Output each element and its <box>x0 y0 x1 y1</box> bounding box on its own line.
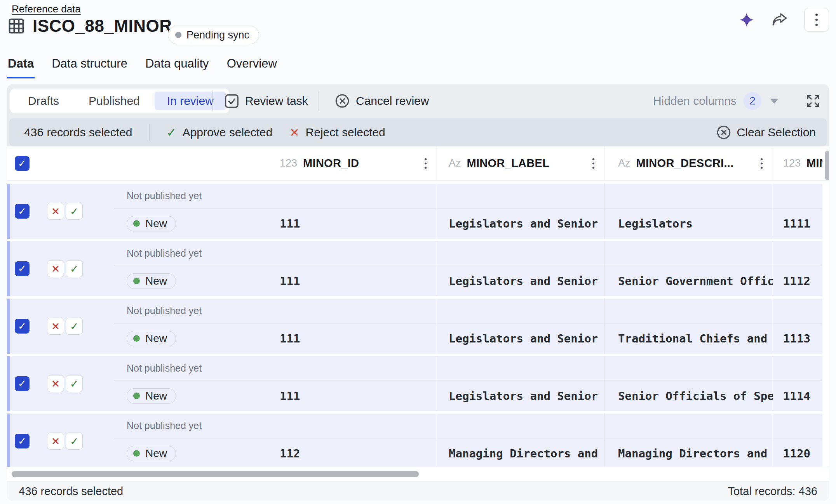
cell-min: 1112 <box>773 266 822 296</box>
tab-overview[interactable]: Overview <box>226 57 278 78</box>
column-menu-button[interactable] <box>592 158 594 169</box>
check-icon: ✓ <box>18 206 26 216</box>
segment-drafts[interactable]: Drafts <box>13 92 74 110</box>
clear-selection-button[interactable]: Clear Selection <box>716 125 816 140</box>
draft-version: New 111 Legislators and Senior … Senior … <box>114 381 822 411</box>
cell-minor-descri: Senior Government Offic… <box>604 266 773 296</box>
row-checkbox[interactable]: ✓ <box>15 434 30 448</box>
column-header-minor-descri[interactable]: Az MINOR_DESCRI... <box>604 146 773 180</box>
draft-version: New 111 Legislators and Senior … Traditi… <box>114 323 822 353</box>
check-icon: ✓ <box>18 321 26 331</box>
chevron-down-icon <box>770 99 779 104</box>
published-version: Not published yet <box>114 356 822 381</box>
total-records-summary: Total records: 436 <box>728 485 817 498</box>
segment-in-review[interactable]: In review <box>155 92 226 110</box>
text-type-icon: Az <box>618 157 630 169</box>
not-published-label: Not published yet <box>127 363 202 374</box>
check-icon: ✓ <box>18 436 26 446</box>
text-type-icon: Az <box>449 157 461 169</box>
record-versions: Not published yet New 112 Managing Direc… <box>114 414 822 467</box>
approve-record-button[interactable]: ✓ <box>66 318 83 335</box>
table-row: ✓ ✕ ✓ Not published yet New 111 Legislat… <box>7 299 822 354</box>
published-version: Not published yet <box>114 414 822 438</box>
check-icon: ✓ <box>70 206 79 217</box>
breadcrumb[interactable]: Reference data <box>12 3 81 15</box>
cell-minor-id: 111 <box>256 323 437 353</box>
vertical-scrollbar-thumb[interactable] <box>825 151 829 180</box>
table-row: ✓ ✕ ✓ Not published yet New 111 Legislat… <box>7 356 822 411</box>
reject-record-button[interactable]: ✕ <box>47 318 64 335</box>
column-header-minor-id[interactable]: 123 MINOR_ID <box>256 146 437 180</box>
row-checkbox[interactable]: ✓ <box>15 319 30 334</box>
selected-records-summary: 436 records selected <box>19 485 123 498</box>
table-toolbar: Drafts Published In review Review task C… <box>7 84 829 146</box>
circle-x-icon <box>716 125 731 140</box>
row-checkbox[interactable]: ✓ <box>15 204 30 219</box>
tab-data[interactable]: Data <box>7 57 35 78</box>
column-header-minor-label[interactable]: Az MINOR_LABEL <box>437 146 604 180</box>
record-versions: Not published yet New 111 Legislators an… <box>114 184 822 239</box>
record-versions: Not published yet New 111 Legislators an… <box>114 299 822 354</box>
published-version: Not published yet <box>114 299 822 323</box>
reject-record-button[interactable]: ✕ <box>47 375 64 392</box>
approve-record-button[interactable]: ✓ <box>66 260 83 277</box>
check-icon: ✓ <box>70 379 79 389</box>
row-checkbox[interactable]: ✓ <box>15 376 30 391</box>
expand-icon <box>806 94 820 108</box>
cell-minor-descri: Legislators <box>604 209 773 238</box>
row-accent-bar <box>7 241 10 296</box>
hidden-columns-dropdown[interactable]: Hidden columns 2 <box>653 84 779 118</box>
check-icon: ✓ <box>167 126 176 139</box>
column-menu-button[interactable] <box>761 158 763 169</box>
row-accent-bar <box>7 356 10 411</box>
ai-sparkle-button[interactable] <box>739 12 754 28</box>
reject-selected-button[interactable]: ✕ Reject selected <box>289 126 385 139</box>
checkbox-check-icon <box>225 94 239 108</box>
cell-minor-id: 112 <box>256 438 437 467</box>
number-type-icon: 123 <box>783 157 801 169</box>
select-all-checkbox[interactable]: ✓ <box>15 156 30 171</box>
share-button[interactable] <box>771 12 788 27</box>
tab-data-structure[interactable]: Data structure <box>51 57 128 78</box>
table-row: ✓ ✕ ✓ Not published yet New 112 Managing… <box>7 414 822 467</box>
approve-selected-button[interactable]: ✓ Approve selected <box>167 126 273 139</box>
approve-record-button[interactable]: ✓ <box>66 433 83 450</box>
approve-record-button[interactable]: ✓ <box>66 203 83 220</box>
cell-minor-id: 111 <box>256 266 437 296</box>
x-icon: ✕ <box>51 206 60 217</box>
cell-minor-descri: Managing Directors and … <box>604 438 773 467</box>
draft-version: New 112 Managing Directors and … Managin… <box>114 438 822 467</box>
review-task-button[interactable]: Review task <box>225 84 308 118</box>
cell-min: 1111 <box>773 209 822 238</box>
record-versions: Not published yet New 111 Legislators an… <box>114 241 822 296</box>
hidden-columns-count-badge: 2 <box>744 92 761 110</box>
new-status-badge: New <box>127 446 176 461</box>
row-accent-bar <box>7 184 10 239</box>
column-menu-button[interactable] <box>425 158 427 169</box>
cancel-review-button[interactable]: Cancel review <box>335 84 429 118</box>
horizontal-scrollbar-track[interactable] <box>7 467 829 481</box>
published-version: Not published yet <box>114 241 822 266</box>
cell-minor-label: Legislators and Senior … <box>437 381 604 411</box>
row-checkbox[interactable]: ✓ <box>15 261 30 276</box>
fullscreen-button[interactable] <box>806 94 820 108</box>
horizontal-scrollbar-thumb[interactable] <box>12 471 419 477</box>
number-type-icon: 123 <box>280 157 297 169</box>
cell-minor-label: Managing Directors and … <box>437 438 604 467</box>
not-published-label: Not published yet <box>127 190 202 202</box>
reject-record-button[interactable]: ✕ <box>47 203 64 220</box>
selection-bar: 436 records selected ✓ Approve selected … <box>9 118 827 146</box>
kebab-icon <box>815 14 818 16</box>
reject-record-button[interactable]: ✕ <box>47 260 64 277</box>
check-icon: ✓ <box>18 379 26 389</box>
tab-bar: Data Data structure Data quality Overvie… <box>7 57 278 78</box>
column-header-min[interactable]: 123 MIN <box>773 146 822 180</box>
reject-record-button[interactable]: ✕ <box>47 433 64 450</box>
more-options-button[interactable] <box>804 8 829 32</box>
pending-sync-label: Pending sync <box>186 29 249 41</box>
approve-record-button[interactable]: ✓ <box>66 375 83 392</box>
tab-data-quality[interactable]: Data quality <box>145 57 210 78</box>
cell-min: 1113 <box>773 323 822 353</box>
cell-minor-id: 111 <box>256 381 437 411</box>
segment-published[interactable]: Published <box>74 92 155 110</box>
